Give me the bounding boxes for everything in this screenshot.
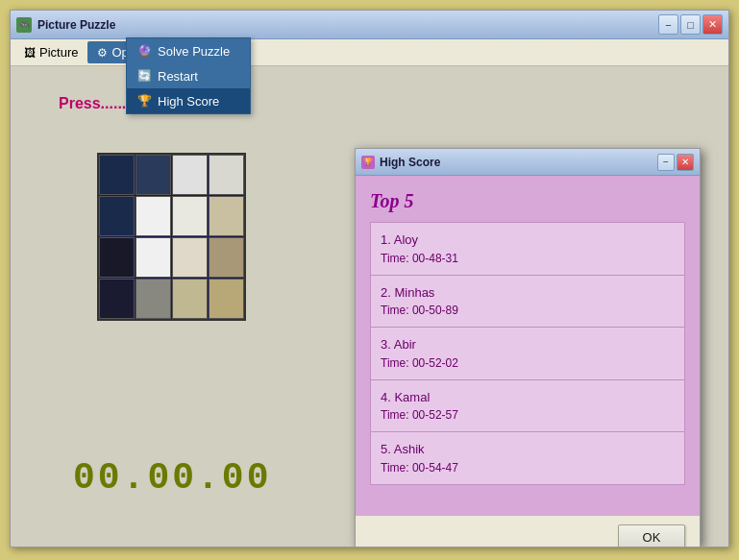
window-title: Picture Puzzle: [37, 18, 115, 32]
solve-puzzle-item[interactable]: 🔮 Solve Puzzle: [127, 38, 250, 63]
dialog-content: Top 5 1. Aloy Time: 00-48-31 2. Minhas T…: [356, 176, 700, 515]
dialog-footer: OK: [356, 515, 700, 547]
score-name: 5. Ashik: [381, 440, 675, 459]
menu-picture-label: Picture: [39, 45, 78, 60]
dialog-icon: 🏆: [361, 156, 375, 169]
score-item: 3. Abir Time: 00-52-02: [371, 328, 684, 380]
score-time: Time: 00-52-57: [381, 406, 675, 424]
main-window: 🎮 Picture Puzzle − □ ✕ 🖼 Picture ⚙ Optio…: [10, 10, 729, 548]
dialog-overlay: 🏆 High Score − ✕ Top 5 1. Aloy Time: 00-…: [11, 66, 728, 547]
score-name: 1. Aloy: [381, 231, 675, 250]
score-time: Time: 00-54-47: [381, 459, 675, 476]
menu-picture[interactable]: 🖼 Picture: [14, 41, 87, 63]
title-bar: 🎮 Picture Puzzle − □ ✕: [11, 11, 728, 39]
score-name: 3. Abir: [381, 335, 675, 354]
dialog-title-bar: 🏆 High Score − ✕: [356, 149, 700, 176]
score-list: 1. Aloy Time: 00-48-31 2. Minhas Time: 0…: [370, 222, 685, 485]
score-time: Time: 00-50-89: [381, 302, 675, 319]
title-controls: − □ ✕: [658, 14, 723, 35]
content-area: Press..........St: [11, 66, 728, 547]
minimize-button[interactable]: −: [658, 14, 678, 35]
score-item: 5. Ashik Time: 00-54-47: [371, 432, 684, 484]
solve-icon: 🔮: [136, 43, 152, 59]
solve-puzzle-label: Solve Puzzle: [158, 44, 230, 59]
dialog-close-button[interactable]: ✕: [677, 154, 694, 171]
score-item: 4. Kamal Time: 00-52-57: [371, 380, 684, 433]
dialog-controls: − ✕: [657, 154, 694, 171]
score-time: Time: 00-52-02: [381, 354, 675, 372]
score-name: 4. Kamal: [381, 388, 675, 407]
dialog-title-text: High Score: [380, 156, 440, 169]
highscore-dialog: 🏆 High Score − ✕ Top 5 1. Aloy Time: 00-…: [355, 148, 701, 547]
score-time: Time: 00-48-31: [381, 250, 675, 267]
maximize-button[interactable]: □: [680, 14, 701, 35]
score-name: 2. Minhas: [381, 283, 675, 303]
score-item: 2. Minhas Time: 00-50-89: [371, 276, 684, 329]
dialog-minimize-button[interactable]: −: [657, 154, 675, 171]
score-item: 1. Aloy Time: 00-48-31: [371, 223, 684, 276]
title-bar-left: 🎮 Picture Puzzle: [16, 17, 115, 33]
app-icon: 🎮: [16, 17, 32, 33]
menu-bar: 🖼 Picture ⚙ Option ❓ Help: [11, 39, 728, 66]
close-button[interactable]: ✕: [702, 14, 723, 35]
ok-button[interactable]: OK: [618, 524, 685, 547]
dialog-title-left: 🏆 High Score: [361, 156, 440, 169]
top5-title: Top 5: [370, 190, 685, 212]
